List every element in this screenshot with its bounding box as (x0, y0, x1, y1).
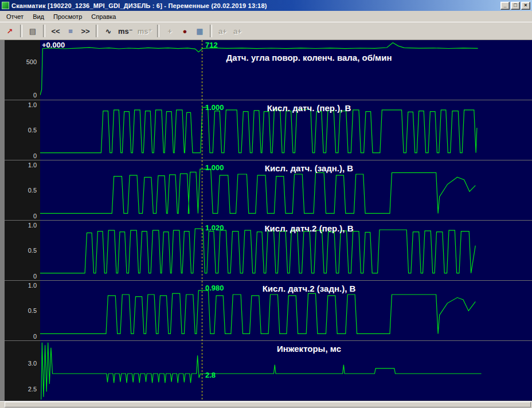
axis-tick-label: 0.5 (28, 307, 37, 314)
cursor-value-label: 2.8 (205, 371, 216, 379)
horizontal-scrollbar-thumb[interactable] (5, 402, 531, 407)
window-controls: _ □ × (500, 2, 530, 10)
horizontal-scrollbar[interactable] (0, 401, 532, 408)
app-window: Сканматик [190220_1236_MPI_GDI_ДИЗЕЛЬ : … (0, 0, 532, 408)
chart-image-button[interactable]: ▦ (193, 25, 206, 38)
waveform-trace (40, 281, 532, 340)
chart-panel-injectors: 3.02.5Инжекторы, мс2.8 (5, 341, 532, 401)
axis-tick-label: 0 (33, 152, 37, 159)
axis-gutter: 1.00.50 (5, 281, 40, 340)
cursor-value-label: 1.020 (205, 223, 224, 232)
axis-gutter: 5000 (5, 40, 40, 100)
chart-area: 5000Датч. угла повор. коленч. вала, об/м… (0, 40, 532, 401)
window-title: Сканматик [190220_1236_MPI_GDI_ДИЗЕЛЬ : … (11, 2, 498, 9)
ms-decrease-button[interactable]: ms⁻ (116, 25, 135, 38)
menu-spravka[interactable]: Справка (87, 12, 120, 21)
cursor-value-label: 1.000 (205, 163, 224, 172)
report-button[interactable]: ▤ (26, 25, 40, 38)
plot-area: Датч. угла повор. коленч. вала, об/мин71… (40, 40, 532, 100)
prev-page-button[interactable]: << (49, 25, 62, 38)
cursor-value-label: 1.000 (205, 103, 224, 112)
app-icon (2, 2, 9, 9)
next-page-button[interactable]: >> (79, 25, 92, 38)
maximize-button[interactable]: □ (511, 2, 520, 10)
waveform-trace (40, 100, 532, 160)
toolbar-separator (96, 25, 98, 37)
axis-gutter: 1.00.50 (5, 100, 40, 160)
arrow-up-button[interactable]: ↗ (3, 25, 17, 38)
signal-list-button[interactable]: ≡ (64, 25, 77, 38)
waveform-button[interactable]: ∿ (101, 25, 115, 38)
axis-tick-label: 3.0 (28, 360, 37, 367)
axis-tick-label: 0 (33, 273, 37, 280)
record-button[interactable]: ● (178, 25, 191, 38)
minimize-button[interactable]: _ (500, 2, 510, 10)
font-larger-button[interactable]: a+ (230, 25, 244, 38)
chart-panel-o2-2-front: 1.00.50Кисл. датч.2 (пер.), В1.020 (5, 221, 532, 281)
titlebar[interactable]: Сканматик [190220_1236_MPI_GDI_ДИЗЕЛЬ : … (0, 0, 532, 11)
axis-tick-label: 0.5 (28, 187, 37, 194)
cursor-value-label: 0.980 (205, 284, 224, 292)
menu-vid[interactable]: Вид (28, 12, 49, 21)
waveform-trace (40, 160, 532, 220)
offset-label: +0.000 (42, 41, 65, 49)
menu-otchet[interactable]: Отчет (2, 12, 28, 21)
cursor-value-label: 712 (205, 41, 218, 49)
plot-area: Кисл. датч.2 (пер.), В1.020 (40, 221, 532, 280)
plot-area: Кисл. датч. (задн.), В1.000 (40, 160, 532, 220)
waveform-trace (40, 40, 532, 100)
axis-tick-label: 0 (33, 92, 37, 99)
window-left-edge (0, 40, 5, 401)
zoom-plus-button[interactable]: + (163, 25, 177, 38)
axis-tick-label: 0 (33, 213, 37, 219)
axis-tick-label: 500 (26, 58, 37, 65)
axis-tick-label: 2.5 (28, 386, 37, 393)
waveform-trace (40, 221, 532, 280)
axis-tick-label: 0.5 (28, 127, 37, 134)
axis-gutter: 3.02.5 (5, 341, 40, 401)
chart-panel-crankshaft: 5000Датч. угла повор. коленч. вала, об/м… (5, 40, 532, 100)
axis-tick-label: 0 (33, 333, 37, 340)
axis-tick-label: 0.5 (28, 247, 37, 254)
plot-area: Кисл. датч. (пер.), В1.000 (40, 100, 532, 160)
menubar: ОтчетВидПросмотрСправка (0, 11, 532, 22)
toolbar-separator (157, 25, 159, 37)
toolbar-separator (210, 25, 212, 37)
axis-gutter: 1.00.50 (5, 160, 40, 220)
menu-prosmotr[interactable]: Просмотр (49, 12, 87, 21)
ms-increase-button[interactable]: ms⁺ (136, 25, 154, 38)
plot-area: Инжекторы, мс2.8 (40, 341, 532, 401)
toolbar: ↗▤<<≡>>∿ms⁻ms⁺+●▦a+a+ (0, 22, 532, 40)
toolbar-separator (20, 25, 22, 37)
axis-tick-label: 1.0 (28, 282, 37, 289)
font-smaller-button[interactable]: a+ (216, 25, 229, 38)
cursor-line[interactable] (202, 40, 202, 401)
axis-tick-label: 1.0 (28, 162, 37, 168)
waveform-trace (40, 341, 532, 401)
chart-panel-o2-rear: 1.00.50Кисл. датч. (задн.), В1.000 (5, 160, 532, 221)
toolbar-separator (43, 25, 45, 37)
plot-area: Кисл. датч.2 (задн.), В0.980 (40, 281, 532, 340)
axis-gutter: 1.00.50 (5, 221, 40, 280)
chart-panel-o2-front: 1.00.50Кисл. датч. (пер.), В1.000 (5, 100, 532, 160)
close-button[interactable]: × (521, 2, 530, 10)
axis-tick-label: 1.0 (28, 101, 37, 108)
chart-panel-o2-2-rear: 1.00.50Кисл. датч.2 (задн.), В0.980 (5, 281, 532, 341)
axis-tick-label: 1.0 (28, 222, 37, 229)
